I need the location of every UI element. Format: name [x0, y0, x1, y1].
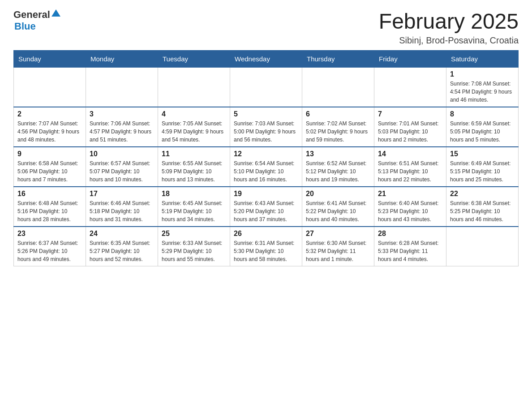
day-info: Sunrise: 6:43 AM Sunset: 5:20 PM Dayligh… [234, 199, 298, 223]
day-number: 7 [378, 110, 442, 118]
calendar-header-row: SundayMondayTuesdayWednesdayThursdayFrid… [14, 51, 519, 68]
day-number: 16 [17, 190, 82, 198]
day-number: 15 [450, 150, 515, 158]
calendar-day-cell: 24Sunrise: 6:35 AM Sunset: 5:27 PM Dayli… [86, 227, 158, 266]
day-info: Sunrise: 6:51 AM Sunset: 5:13 PM Dayligh… [378, 159, 442, 184]
calendar-day-cell [446, 227, 519, 266]
day-info: Sunrise: 7:02 AM Sunset: 5:02 PM Dayligh… [306, 120, 370, 144]
day-info: Sunrise: 6:28 AM Sunset: 5:33 PM Dayligh… [378, 239, 442, 263]
page-header: General Blue February 2025 Sibinj, Brod-… [13, 9, 519, 46]
day-number: 12 [234, 150, 298, 158]
calendar-day-cell: 8Sunrise: 6:59 AM Sunset: 5:05 PM Daylig… [446, 107, 519, 147]
day-number: 28 [378, 230, 442, 238]
day-info: Sunrise: 6:54 AM Sunset: 5:10 PM Dayligh… [234, 159, 298, 184]
day-info: Sunrise: 6:48 AM Sunset: 5:16 PM Dayligh… [17, 199, 82, 223]
logo-blue-text: Blue [14, 21, 36, 32]
day-of-week-header: Monday [86, 51, 158, 68]
day-info: Sunrise: 7:05 AM Sunset: 4:59 PM Dayligh… [162, 120, 226, 144]
day-number: 24 [90, 230, 154, 238]
day-info: Sunrise: 6:41 AM Sunset: 5:22 PM Dayligh… [306, 199, 370, 223]
calendar-day-cell: 23Sunrise: 6:37 AM Sunset: 5:26 PM Dayli… [14, 227, 86, 266]
logo-triangle-icon [51, 9, 60, 17]
day-info: Sunrise: 6:59 AM Sunset: 5:05 PM Dayligh… [450, 120, 515, 144]
day-of-week-header: Wednesday [230, 51, 302, 68]
calendar-day-cell: 22Sunrise: 6:38 AM Sunset: 5:25 PM Dayli… [446, 187, 519, 227]
day-info: Sunrise: 6:52 AM Sunset: 5:12 PM Dayligh… [306, 159, 370, 184]
calendar-day-cell: 2Sunrise: 7:07 AM Sunset: 4:56 PM Daylig… [14, 107, 86, 147]
day-number: 10 [90, 150, 154, 158]
calendar-day-cell: 16Sunrise: 6:48 AM Sunset: 5:16 PM Dayli… [14, 187, 86, 227]
day-of-week-header: Thursday [302, 51, 374, 68]
day-info: Sunrise: 6:55 AM Sunset: 5:09 PM Dayligh… [162, 159, 226, 184]
day-number: 13 [306, 150, 370, 158]
day-number: 17 [90, 190, 154, 198]
location-subtitle: Sibinj, Brod-Posavina, Croatia [379, 35, 519, 46]
calendar-day-cell: 3Sunrise: 7:06 AM Sunset: 4:57 PM Daylig… [86, 107, 158, 147]
calendar-day-cell: 19Sunrise: 6:43 AM Sunset: 5:20 PM Dayli… [230, 187, 302, 227]
calendar-day-cell: 14Sunrise: 6:51 AM Sunset: 5:13 PM Dayli… [374, 147, 446, 187]
calendar-day-cell: 12Sunrise: 6:54 AM Sunset: 5:10 PM Dayli… [230, 147, 302, 187]
calendar-day-cell [86, 68, 158, 107]
calendar-day-cell [14, 68, 86, 107]
day-number: 9 [17, 150, 82, 158]
day-number: 2 [17, 110, 82, 118]
calendar-day-cell: 7Sunrise: 7:01 AM Sunset: 5:03 PM Daylig… [374, 107, 446, 147]
day-number: 21 [378, 190, 442, 198]
day-number: 19 [234, 190, 298, 198]
calendar-day-cell: 17Sunrise: 6:46 AM Sunset: 5:18 PM Dayli… [86, 187, 158, 227]
day-info: Sunrise: 6:46 AM Sunset: 5:18 PM Dayligh… [90, 199, 154, 223]
calendar-day-cell [230, 68, 302, 107]
day-info: Sunrise: 7:06 AM Sunset: 4:57 PM Dayligh… [90, 120, 154, 144]
day-info: Sunrise: 6:58 AM Sunset: 5:06 PM Dayligh… [17, 159, 82, 184]
calendar-day-cell: 25Sunrise: 6:33 AM Sunset: 5:29 PM Dayli… [158, 227, 230, 266]
calendar-day-cell: 27Sunrise: 6:30 AM Sunset: 5:32 PM Dayli… [302, 227, 374, 266]
day-of-week-header: Saturday [446, 51, 519, 68]
calendar-day-cell: 4Sunrise: 7:05 AM Sunset: 4:59 PM Daylig… [158, 107, 230, 147]
calendar-day-cell [302, 68, 374, 107]
day-info: Sunrise: 6:30 AM Sunset: 5:32 PM Dayligh… [306, 239, 370, 263]
day-of-week-header: Sunday [14, 51, 86, 68]
month-year-title: February 2025 [379, 9, 519, 34]
day-info: Sunrise: 7:07 AM Sunset: 4:56 PM Dayligh… [17, 120, 82, 144]
day-number: 1 [450, 70, 515, 78]
calendar-day-cell: 26Sunrise: 6:31 AM Sunset: 5:30 PM Dayli… [230, 227, 302, 266]
day-of-week-header: Friday [374, 51, 446, 68]
day-number: 4 [162, 110, 226, 118]
day-info: Sunrise: 7:01 AM Sunset: 5:03 PM Dayligh… [378, 120, 442, 144]
day-number: 22 [450, 190, 515, 198]
calendar-day-cell: 6Sunrise: 7:02 AM Sunset: 5:02 PM Daylig… [302, 107, 374, 147]
day-of-week-header: Tuesday [158, 51, 230, 68]
calendar-table: SundayMondayTuesdayWednesdayThursdayFrid… [13, 50, 519, 266]
day-info: Sunrise: 6:31 AM Sunset: 5:30 PM Dayligh… [234, 239, 298, 263]
logo-general-text: General [13, 9, 50, 21]
day-number: 25 [162, 230, 226, 238]
day-number: 11 [162, 150, 226, 158]
day-number: 5 [234, 110, 298, 118]
calendar-day-cell: 28Sunrise: 6:28 AM Sunset: 5:33 PM Dayli… [374, 227, 446, 266]
calendar-day-cell: 13Sunrise: 6:52 AM Sunset: 5:12 PM Dayli… [302, 147, 374, 187]
calendar-week-row: 2Sunrise: 7:07 AM Sunset: 4:56 PM Daylig… [14, 107, 519, 147]
svg-marker-0 [51, 9, 60, 17]
day-number: 6 [306, 110, 370, 118]
calendar-week-row: 1Sunrise: 7:08 AM Sunset: 4:54 PM Daylig… [14, 68, 519, 107]
day-number: 26 [234, 230, 298, 238]
day-info: Sunrise: 6:33 AM Sunset: 5:29 PM Dayligh… [162, 239, 226, 263]
calendar-day-cell [158, 68, 230, 107]
calendar-week-row: 16Sunrise: 6:48 AM Sunset: 5:16 PM Dayli… [14, 187, 519, 227]
day-info: Sunrise: 6:40 AM Sunset: 5:23 PM Dayligh… [378, 199, 442, 223]
day-number: 20 [306, 190, 370, 198]
day-number: 8 [450, 110, 515, 118]
day-number: 23 [17, 230, 82, 238]
day-info: Sunrise: 6:37 AM Sunset: 5:26 PM Dayligh… [17, 239, 82, 263]
calendar-day-cell [374, 68, 446, 107]
calendar-week-row: 23Sunrise: 6:37 AM Sunset: 5:26 PM Dayli… [14, 227, 519, 266]
calendar-week-row: 9Sunrise: 6:58 AM Sunset: 5:06 PM Daylig… [14, 147, 519, 187]
day-info: Sunrise: 6:35 AM Sunset: 5:27 PM Dayligh… [90, 239, 154, 263]
day-info: Sunrise: 6:38 AM Sunset: 5:25 PM Dayligh… [450, 199, 515, 223]
calendar-day-cell: 21Sunrise: 6:40 AM Sunset: 5:23 PM Dayli… [374, 187, 446, 227]
calendar-day-cell: 11Sunrise: 6:55 AM Sunset: 5:09 PM Dayli… [158, 147, 230, 187]
day-info: Sunrise: 6:45 AM Sunset: 5:19 PM Dayligh… [162, 199, 226, 223]
day-info: Sunrise: 7:08 AM Sunset: 4:54 PM Dayligh… [450, 80, 515, 104]
calendar-day-cell: 9Sunrise: 6:58 AM Sunset: 5:06 PM Daylig… [14, 147, 86, 187]
calendar-day-cell: 5Sunrise: 7:03 AM Sunset: 5:00 PM Daylig… [230, 107, 302, 147]
